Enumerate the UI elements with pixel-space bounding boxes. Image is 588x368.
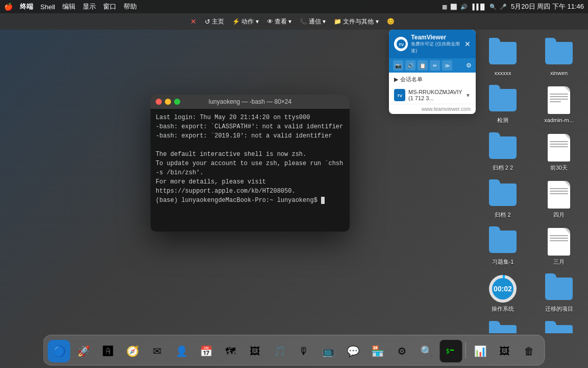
terminal-body[interactable]: Last login: Thu May 20 21:14:20 on ttys0… [151, 109, 350, 232]
tv-session-header[interactable]: ▶ 会话名单 [389, 73, 476, 86]
toolbar-files[interactable]: 📁 文件与其他 ▾ [331, 16, 381, 27]
tv-session-item[interactable]: TV MS-RRUKOZMJAVIY (1 712 3... ▼ [389, 86, 476, 104]
apple-menu[interactable]: 🍎 [4, 3, 13, 11]
toolbar-view[interactable]: 👁 查看 ▾ [264, 16, 295, 27]
folder-icon-migrate[interactable]: 迁移的项目 [536, 272, 582, 314]
dock-calendar[interactable]: 📅 [195, 340, 217, 362]
toolbar-reload[interactable]: ↺ 主页 [202, 16, 227, 27]
dock-sysprefs[interactable]: ⚙ [391, 340, 413, 362]
folder-xadmin-img [545, 322, 573, 333]
folder-icon-xadmin[interactable]: xadmin-master [536, 320, 582, 333]
dock-launchpad[interactable]: 🚀 [72, 340, 95, 362]
dock-store[interactable]: 🅰 [97, 340, 119, 362]
wifi-icon[interactable]: ▦ [442, 4, 447, 10]
toolbar-comm[interactable]: 📞 通信 ▾ [297, 16, 329, 27]
tv-session-name: MS-RRUKOZMJAVIY (1 712 3... [408, 89, 462, 101]
toolbar-action[interactable]: ⚡ 动作 ▾ [229, 16, 261, 27]
term-line-1: Last login: Thu May 20 21:14:20 on ttys0… [156, 113, 345, 122]
tv-close-button[interactable]: ✕ [464, 40, 471, 48]
tv-header: TV TeamViewer 免费许可证 (仅供商业用途) ✕ [389, 30, 476, 58]
dock-podcasts[interactable]: 🎙 [293, 340, 315, 362]
folder-icon-xitiji[interactable]: 习题集-1 [480, 225, 526, 267]
folder-migrate-img [545, 274, 573, 303]
toolbar-emoji[interactable]: 😊 [384, 17, 398, 26]
dock-messages[interactable]: 💬 [342, 340, 364, 362]
dock-preview[interactable]: 🖼 [494, 340, 516, 362]
doc-icon-march[interactable]: 三月 [536, 225, 582, 267]
folder-jiance-label: 检测 [497, 117, 508, 124]
siri-icon[interactable]: 🎤 [500, 4, 507, 10]
dock-music[interactable]: 🎵 [268, 340, 291, 362]
tv-pencil-icon[interactable]: ✏ [430, 60, 440, 71]
tv-more-icon[interactable]: ≫ [442, 60, 452, 71]
action-icon: ⚡ [232, 18, 240, 25]
menu-help[interactable]: 帮助 [124, 2, 137, 11]
files-icon: 📁 [334, 18, 341, 25]
search-icon[interactable]: 🔍 [489, 4, 497, 10]
toolbar-action-label: 动作 ▾ [241, 17, 258, 26]
folder-xxxxxx-label: xxxxxx [495, 70, 511, 77]
dock-trash[interactable]: 🗑 [518, 340, 541, 362]
folder-xxxxxx-img [488, 39, 517, 67]
menu-window[interactable]: 窗口 [103, 2, 116, 11]
folder-xinwen-img [545, 39, 573, 67]
tv-session-title: 会话名单 [400, 76, 423, 83]
folder-icon-guidang2[interactable]: 归档 2 [480, 178, 526, 220]
tv-settings-icon[interactable]: ⚙ [466, 62, 472, 69]
term-prompt-line[interactable]: (base) lunyaokengdeMacBook-Pro:~ lunyaok… [156, 196, 345, 205]
dock-maps[interactable]: 🗺 [219, 340, 242, 362]
menu-app-name[interactable]: 终端 [20, 2, 33, 11]
display-icon[interactable]: ⬜ [450, 4, 457, 10]
doc-icon-admin[interactable]: xadmin-m... [536, 84, 582, 126]
tv-clipboard-icon[interactable]: 📋 [418, 60, 428, 71]
toolbar-view-label: 查看 ▾ [275, 17, 291, 26]
dock-photos[interactable]: 🖼 [244, 340, 266, 362]
tv-session-arrow[interactable]: ▼ [465, 93, 471, 98]
menu-view[interactable]: 显示 [83, 2, 96, 11]
folder-xitiji-label: 习题集-1 [492, 258, 514, 265]
doc-admin-label: xadmin-m... [544, 117, 573, 124]
folder-guidang22-img [488, 133, 517, 162]
folder-icon-ys[interactable]: ys [480, 320, 526, 333]
folder-icon-jiance[interactable]: 检测 [480, 84, 526, 126]
tv-audio-icon[interactable]: 🔊 [405, 60, 415, 71]
icon-grid: xxxxxx xinwen 检测 [480, 37, 587, 333]
dock-appstore2[interactable]: 🏪 [366, 340, 389, 362]
doc-april-img [545, 180, 573, 209]
desktop-icons: xxxxxx xinwen 检测 [476, 32, 588, 333]
sound-icon[interactable]: 🔊 [460, 4, 468, 10]
dock-spotlight[interactable]: 🔍 [415, 340, 438, 362]
term-line-4 [156, 141, 345, 150]
minimize-button[interactable] [165, 99, 171, 105]
doc-icon-30days[interactable]: 前30天 [536, 131, 582, 173]
close-button[interactable] [156, 99, 162, 105]
folder-icon-guidang22[interactable]: 归档 2 2 [480, 131, 526, 173]
menu-edit[interactable]: 编辑 [62, 2, 76, 11]
tv-toolbar: 📷 🔊 📋 ✏ ≫ ⚙ [389, 58, 476, 73]
menubar-icons: ▦ ⬜ 🔊 ▐▐▐▌ 🔍 🎤 [442, 4, 507, 10]
dock-separator [465, 342, 466, 358]
tv-session-info: MS-RRUKOZMJAVIY (1 712 3... [408, 89, 462, 101]
menubar: 🍎 终端 Shell 编辑 显示 窗口 帮助 ▦ ⬜ 🔊 ▐▐▐▌ 🔍 🎤 5月… [0, 0, 588, 13]
dock-contacts[interactable]: 👤 [170, 340, 193, 362]
dock-mail[interactable]: ✉ [146, 340, 168, 362]
term-line-3: -bash: export: `2019.10': not a valid id… [156, 131, 345, 141]
doc-march-img [545, 227, 573, 256]
dock-safari[interactable]: 🧭 [121, 340, 144, 362]
doc-admin-img [545, 86, 573, 114]
timer-os-label: 操作系统 [492, 305, 514, 312]
doc-30days-img [545, 133, 573, 162]
folder-icon-xxxxxx[interactable]: xxxxxx [480, 37, 526, 79]
dock-terminal[interactable]: $ [440, 340, 462, 362]
dock-finder[interactable]: 🔵 [48, 340, 70, 362]
menu-shell[interactable]: Shell [40, 3, 55, 11]
toolbar-comm-label: 通信 ▾ [309, 17, 326, 26]
tv-camera-icon[interactable]: 📷 [393, 60, 403, 71]
toolbar-close-button[interactable]: ✕ [190, 17, 197, 26]
dock-tv[interactable]: 📺 [317, 340, 340, 362]
timer-icon-os[interactable]: 00:02 操作系统 [480, 272, 526, 314]
maximize-button[interactable] [174, 99, 180, 105]
dock-activity[interactable]: 📊 [469, 340, 492, 362]
doc-icon-april[interactable]: 四月 [536, 178, 582, 220]
folder-icon-xinwen[interactable]: xinwen [536, 37, 582, 79]
